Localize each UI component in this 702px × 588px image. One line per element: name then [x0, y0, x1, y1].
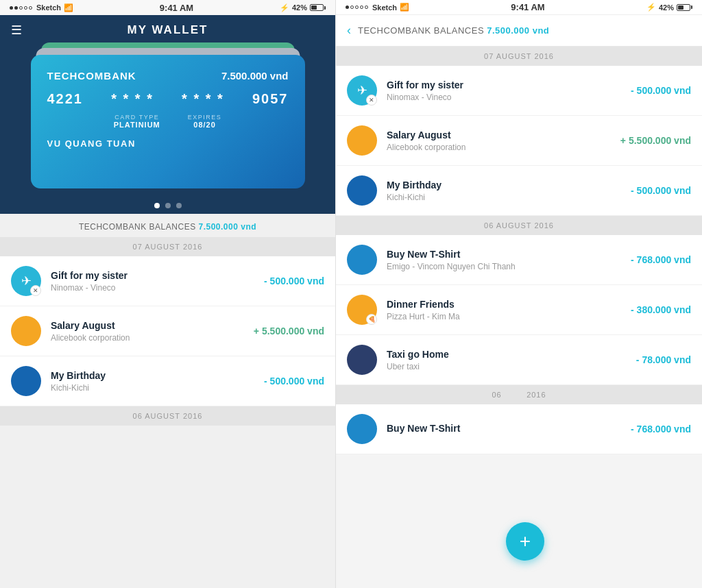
- dot3: [19, 6, 23, 10]
- tx-avatar-2: [11, 316, 41, 346]
- right-status-right: ⚡ 42%: [646, 3, 692, 12]
- tx-right-1[interactable]: ✈ ✕ Gift for my sister Ninomax - Vineco …: [336, 66, 702, 116]
- card-bank-name: TECHCOMBANK: [47, 70, 136, 82]
- tx-r-subtitle-1: Ninomax - Vineco: [387, 93, 631, 102]
- right-header: ‹ TECHCOMBANK BALANCES 7.500.000 vnd: [336, 15, 702, 47]
- tx-r-amount-3: - 500.000 vnd: [631, 185, 691, 196]
- right-bank-name: TECHCOMBANK BALANCES: [358, 25, 484, 36]
- tx-amount-3: - 500.000 vnd: [264, 376, 324, 387]
- card-expiry-value: 08/20: [188, 121, 222, 129]
- signal-dots: [10, 6, 32, 10]
- card-expiry-label: EXPIRES: [188, 114, 222, 121]
- tx-r-content-4: Buy New T-Shirt Emigo - Vincom Nguyen Ch…: [387, 249, 631, 271]
- tx-r-content-3: My Birthday Kichi-Kichi: [387, 180, 631, 202]
- balance-label-value: 7.500.000 vnd: [198, 222, 256, 232]
- right-header-balance: 7.500.000 vnd: [487, 25, 549, 36]
- tx-r-content-1: Gift for my sister Ninomax - Vineco: [387, 79, 631, 102]
- tx-r-content-5: Dinner Friends Pizza Hurt - Kim Ma: [387, 299, 631, 321]
- left-battery-percent: 42%: [292, 3, 307, 12]
- dot-2[interactable]: [165, 203, 171, 208]
- tx-r-avatar-3: [347, 175, 377, 206]
- bluetooth-icon: ⚡: [280, 3, 289, 12]
- card-header-row: TECHCOMBANK 7.500.000 vnd: [47, 70, 289, 82]
- cards-container: TECHCOMBANK 7.500.000 vnd 4221 * * * * *…: [11, 42, 324, 193]
- transactions-left[interactable]: 07 AUGUST 2016 ✈ ✕ Gift for my sister Ni…: [0, 237, 335, 588]
- tx-content-3: My Birthday Kichi-Kichi: [51, 370, 264, 393]
- dot5: [29, 6, 32, 10]
- date-sep-left-2: 06 AUGUST 2016: [0, 406, 335, 426]
- right-battery-percent: 42%: [659, 3, 674, 12]
- tx-right-2[interactable]: Salary August Alicebook corporation + 5.…: [336, 116, 702, 166]
- right-carrier: Sketch: [372, 3, 397, 12]
- tx-left-2[interactable]: Salary August Alicebook corporation + 5.…: [0, 306, 335, 356]
- tx-r-title-2: Salary August: [387, 130, 620, 140]
- tx-r-avatar-6: [347, 345, 377, 375]
- tx-r-amount-5: - 380.000 vnd: [631, 304, 691, 315]
- tx-subtitle-3: Kichi-Kichi: [51, 383, 264, 393]
- tx-r-badge-1: ✕: [366, 95, 377, 106]
- tx-right-5[interactable]: 🍕 Dinner Friends Pizza Hurt - Kim Ma - 3…: [336, 285, 702, 335]
- tx-r-content-7: Buy New T-Shirt: [387, 423, 631, 436]
- tx-title-1: Gift for my sister: [51, 270, 264, 281]
- r-dot3: [355, 5, 359, 9]
- main-card[interactable]: TECHCOMBANK 7.500.000 vnd 4221 * * * * *…: [31, 55, 305, 188]
- card-type-group: CARD TYPE PLATINIUM: [114, 114, 160, 129]
- transactions-right[interactable]: 07 AUGUST 2016 ✈ ✕ Gift for my sister Ni…: [336, 47, 702, 588]
- battery-icon: [310, 4, 326, 11]
- left-header-top: ☰ MY WALLET: [11, 23, 324, 42]
- card-owner: VU QUANG TUAN: [47, 138, 289, 149]
- tx-right-3[interactable]: My Birthday Kichi-Kichi - 500.000 vnd: [336, 166, 702, 216]
- hamburger-icon[interactable]: ☰: [11, 23, 22, 38]
- tx-r-subtitle-5: Pizza Hurt - Kim Ma: [387, 312, 631, 321]
- left-panel: Sketch 📶 9:41 AM ⚡ 42% ☰ MY WALLET: [0, 0, 335, 588]
- tx-r-title-5: Dinner Friends: [387, 299, 631, 310]
- right-status-bar: Sketch 📶 9:41 AM ⚡ 42%: [336, 0, 702, 15]
- tx-right-6[interactable]: Taxi go Home Uber taxi - 78.000 vnd: [336, 335, 702, 385]
- tx-right-4[interactable]: Buy New T-Shirt Emigo - Vincom Nguyen Ch…: [336, 235, 702, 285]
- card-balance-amount: 7.500.000 vnd: [221, 70, 289, 82]
- balance-label: TECHCOMBANK BALANCES 7.500.000 vnd: [0, 214, 335, 237]
- tx-content-2: Salary August Alicebook corporation: [51, 320, 254, 343]
- tx-r-badge-5: 🍕: [366, 314, 377, 325]
- dot-1[interactable]: [154, 203, 160, 208]
- card-number-row: 4221 * * * * * * * * 9057: [47, 91, 289, 107]
- right-panel: Sketch 📶 9:41 AM ⚡ 42% ‹ TECHCOMBANK BAL…: [335, 0, 702, 588]
- tx-r-avatar-5: 🍕: [347, 295, 377, 325]
- card-type-value: PLATINIUM: [114, 121, 160, 129]
- wallet-title: MY WALLET: [128, 23, 208, 37]
- tx-r-title-3: My Birthday: [387, 180, 631, 191]
- right-time: 9:41 AM: [511, 2, 544, 12]
- date-sep-right-1: 07 AUGUST 2016: [336, 47, 702, 66]
- left-status-bar: Sketch 📶 9:41 AM ⚡ 42%: [0, 0, 335, 15]
- tx-r-amount-7: - 768.000 vnd: [631, 424, 691, 434]
- date-sep-right-3: 06 2016: [336, 385, 702, 404]
- tx-right-7[interactable]: Buy New T-Shirt - 768.000 vnd: [336, 404, 702, 454]
- dot-3[interactable]: [176, 203, 182, 208]
- wifi-icon: 📶: [64, 3, 73, 12]
- back-icon[interactable]: ‹: [347, 23, 351, 38]
- tx-r-avatar-2: [347, 125, 377, 156]
- tx-amount-2: + 5.500.000 vnd: [254, 326, 324, 336]
- plane-icon-r: ✈: [357, 83, 367, 98]
- tx-amount-1: - 500.000 vnd: [264, 275, 324, 286]
- card-info-row: CARD TYPE PLATINIUM EXPIRES 08/20: [47, 114, 289, 129]
- tx-r-avatar-7: [347, 414, 377, 444]
- tx-left-3[interactable]: My Birthday Kichi-Kichi - 500.000 vnd: [0, 356, 335, 406]
- add-transaction-button[interactable]: +: [506, 522, 544, 561]
- tx-r-amount-1: - 500.000 vnd: [631, 85, 691, 96]
- tx-r-title-7: Buy New T-Shirt: [387, 423, 631, 434]
- dot4: [24, 6, 27, 10]
- date-sep-left-1: 07 AUGUST 2016: [0, 237, 335, 256]
- card-num-mid2: * * * *: [182, 91, 224, 107]
- tx-badge-1: ✕: [30, 285, 41, 296]
- left-time: 9:41 AM: [160, 3, 193, 13]
- tx-r-avatar-1: ✈ ✕: [347, 75, 377, 106]
- left-status-left: Sketch 📶: [10, 3, 73, 12]
- fab-container: +: [506, 522, 544, 561]
- tx-r-title-4: Buy New T-Shirt: [387, 249, 631, 260]
- tx-left-1[interactable]: ✈ ✕ Gift for my sister Ninomax - Vineco …: [0, 256, 335, 306]
- right-title: TECHCOMBANK BALANCES 7.500.000 vnd: [358, 25, 691, 36]
- tx-r-title-6: Taxi go Home: [387, 349, 636, 360]
- tx-r-avatar-4: [347, 245, 377, 275]
- right-bluetooth-icon: ⚡: [646, 3, 656, 12]
